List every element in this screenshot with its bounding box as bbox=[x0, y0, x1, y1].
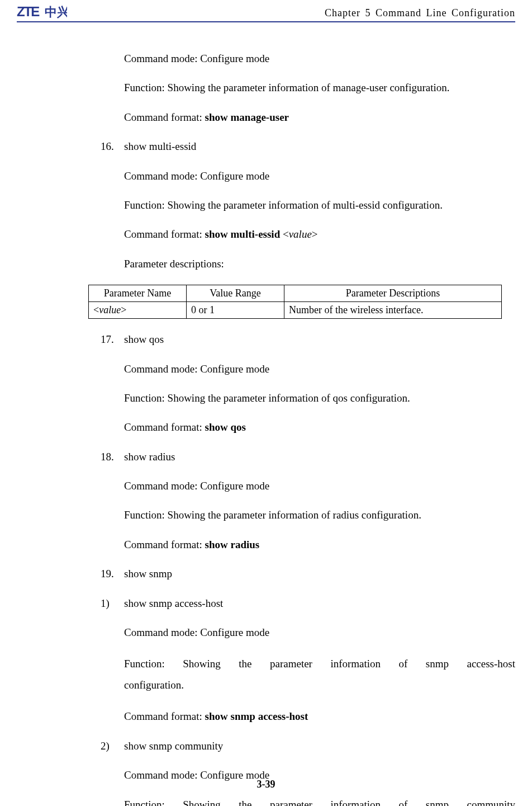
cmd-format-label: Command format: bbox=[124, 228, 205, 240]
svg-text:ZTE: ZTE bbox=[17, 4, 40, 19]
sub-item-1: 1) show snmp access-host bbox=[101, 595, 515, 612]
command-mode-text: Command mode: Configure mode bbox=[124, 624, 515, 641]
list-number: 1) bbox=[101, 595, 124, 612]
cmd-format-value: show qos bbox=[205, 421, 246, 433]
command-mode-text: Command mode: Configure mode bbox=[124, 361, 515, 378]
list-title: show snmp bbox=[124, 565, 515, 582]
function-text: Function: Showing the parameter informat… bbox=[124, 796, 515, 806]
cmd-format-value: show snmp access-host bbox=[205, 710, 308, 722]
zte-logo: ZTE 中兴 bbox=[17, 4, 67, 19]
th-param-desc: Parameter Descriptions bbox=[284, 285, 502, 302]
function-line2: configuration. bbox=[124, 679, 184, 691]
param-desc-label: Parameter descriptions: bbox=[124, 256, 515, 272]
cmd-format-label: Command format: bbox=[124, 111, 205, 123]
command-format-text: Command format: show manage-user bbox=[124, 109, 515, 126]
svg-text:中兴: 中兴 bbox=[45, 5, 67, 19]
cmd-format-value: show multi-essid bbox=[205, 228, 283, 240]
list-title: show qos bbox=[124, 331, 515, 348]
list-title: show radius bbox=[124, 449, 515, 465]
function-text: Function: Showing the parameter informat… bbox=[124, 79, 515, 96]
page-header: ZTE 中兴 Chapter 5 Command Line Configurat… bbox=[17, 0, 515, 22]
list-title: show multi-essid bbox=[124, 138, 515, 155]
td-value-range: 0 or 1 bbox=[187, 302, 284, 319]
function-text: Function: Showing the parameter informat… bbox=[124, 507, 515, 524]
list-item-16: 16. show multi-essid bbox=[101, 138, 515, 155]
td-param-desc: Number of the wireless interface. bbox=[284, 302, 502, 319]
page-number: 3-39 bbox=[0, 779, 532, 790]
parameter-table: Parameter Name Value Range Parameter Des… bbox=[88, 285, 502, 319]
command-mode-text: Command mode: Configure mode bbox=[124, 168, 515, 185]
list-title: show snmp community bbox=[124, 738, 515, 755]
cmd-format-label: Command format: bbox=[124, 710, 205, 722]
function-line1: Function: Showing the parameter informat… bbox=[124, 653, 515, 675]
cmd-format-label: Command format: bbox=[124, 539, 205, 550]
list-number: 18. bbox=[101, 449, 124, 465]
th-value-range: Value Range bbox=[187, 285, 284, 302]
sub-item-2: 2) show snmp community bbox=[101, 738, 515, 755]
cmd-format-arg: <value> bbox=[283, 228, 318, 240]
function-text: Function: Showing the parameter informat… bbox=[124, 653, 515, 696]
table-header-row: Parameter Name Value Range Parameter Des… bbox=[89, 285, 502, 302]
function-text: Function: Showing the parameter informat… bbox=[124, 390, 515, 407]
command-format-text: Command format: show radius bbox=[124, 536, 515, 553]
list-number: 2) bbox=[101, 738, 124, 755]
td-param-name: <value> bbox=[89, 302, 187, 319]
list-item-19: 19. show snmp bbox=[101, 565, 515, 582]
command-mode-text: Command mode: Configure mode bbox=[124, 478, 515, 494]
list-number: 16. bbox=[101, 138, 124, 155]
command-mode-text: Command mode: Configure mode bbox=[124, 50, 515, 67]
command-format-text: Command format: show qos bbox=[124, 419, 515, 436]
cmd-format-value: show manage-user bbox=[205, 111, 289, 123]
list-number: 17. bbox=[101, 331, 124, 348]
cmd-format-value: show radius bbox=[205, 539, 260, 550]
command-format-text: Command format: show snmp access-host bbox=[124, 708, 515, 725]
list-item-18: 18. show radius bbox=[101, 449, 515, 465]
list-number: 19. bbox=[101, 565, 124, 582]
command-format-text: Command format: show multi-essid <value> bbox=[124, 226, 515, 243]
cmd-format-label: Command format: bbox=[124, 421, 205, 433]
table-row: <value> 0 or 1 Number of the wireless in… bbox=[89, 302, 502, 319]
chapter-title: Chapter 5 Command Line Configuration bbox=[325, 7, 515, 19]
th-param-name: Parameter Name bbox=[89, 285, 187, 302]
function-text: Function: Showing the parameter informat… bbox=[124, 197, 515, 214]
list-item-17: 17. show qos bbox=[101, 331, 515, 348]
list-title: show snmp access-host bbox=[124, 595, 515, 612]
